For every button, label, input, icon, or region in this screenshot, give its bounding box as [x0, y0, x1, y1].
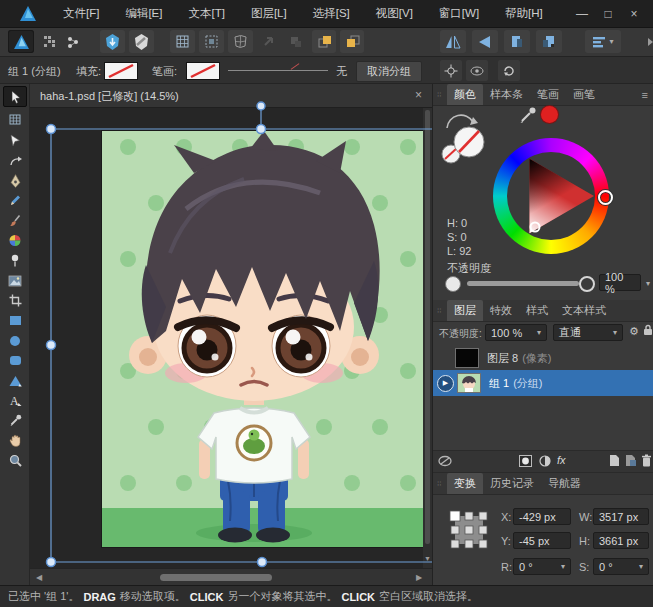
w-field[interactable]: 3517 px	[593, 508, 649, 525]
insert-inside-icon[interactable]	[312, 30, 336, 53]
insert-behind-icon[interactable]	[340, 30, 364, 53]
color-wheel[interactable]	[493, 138, 609, 254]
node-tool[interactable]	[3, 131, 27, 150]
close-button[interactable]: ×	[621, 1, 647, 27]
panel-drag-handle[interactable]: ⁞⁞	[437, 481, 443, 486]
rounded-rectangle-tool[interactable]	[3, 351, 27, 370]
grid-dots-icon[interactable]	[38, 30, 60, 53]
layers-opacity-dropdown[interactable]: 100 % ▾	[485, 324, 547, 341]
h-field[interactable]: 3661 px	[593, 532, 649, 549]
layer-thumbnail[interactable]	[455, 348, 479, 368]
menu-layer[interactable]: 图层[L]	[238, 6, 300, 21]
anchor-point-selector[interactable]	[447, 508, 491, 554]
x-field[interactable]: -429 px	[513, 508, 571, 525]
zoom-tool[interactable]	[3, 451, 27, 470]
edit-all-layers-icon[interactable]	[438, 455, 452, 469]
hide-selection-icon[interactable]	[466, 60, 488, 81]
opacity-slider-handle[interactable]	[579, 276, 595, 292]
place-image-tool[interactable]	[3, 271, 27, 290]
mask-layer-icon[interactable]	[519, 455, 532, 469]
menu-window[interactable]: 窗口[W]	[426, 6, 492, 21]
vertical-scrollbar[interactable]: ▼	[423, 108, 432, 568]
flip-horizontal-icon[interactable]	[440, 30, 466, 53]
menu-edit[interactable]: 编辑[E]	[112, 6, 175, 21]
vector-crop-tool[interactable]	[3, 291, 27, 310]
tab-swatches[interactable]: 样本条	[483, 84, 530, 105]
tab-stroke[interactable]: 笔画	[530, 84, 566, 105]
lock-icon[interactable]	[643, 324, 653, 338]
layer-thumbnail[interactable]	[457, 373, 481, 393]
blend-options-gear-icon[interactable]: ⚙	[629, 325, 639, 338]
marquee-bounds-icon[interactable]	[199, 30, 224, 53]
photo-persona-icon[interactable]	[100, 30, 125, 53]
artboard-tool[interactable]	[3, 110, 27, 129]
panel-menu-icon[interactable]: ≡	[642, 89, 648, 101]
tab-effects[interactable]: 特效	[483, 300, 519, 321]
transform-origin-icon[interactable]	[440, 60, 462, 81]
mesh-warp-icon[interactable]	[228, 30, 253, 53]
new-pixel-layer-icon[interactable]	[625, 454, 637, 469]
snap-grid-icon[interactable]	[170, 30, 195, 53]
liquify-persona-icon[interactable]	[129, 30, 154, 53]
layer-row-pixel[interactable]: 图层 8 (像素) ✓	[433, 346, 653, 370]
rotation-field[interactable]: 0 °▾	[513, 558, 571, 575]
delete-layer-icon[interactable]	[641, 454, 652, 469]
opacity-slider-track[interactable]	[467, 281, 579, 286]
contour-tool[interactable]	[3, 151, 27, 170]
fill-stroke-selector[interactable]	[439, 114, 491, 166]
layer-effects-fx-icon[interactable]: fx	[557, 454, 566, 466]
fill-swatch-none[interactable]	[104, 62, 138, 80]
opacity-color-dot[interactable]	[445, 276, 461, 292]
move-forward-icon[interactable]	[504, 30, 530, 53]
pencil-tool[interactable]	[3, 191, 27, 210]
picked-color-swatch[interactable]	[541, 106, 558, 123]
ellipse-tool[interactable]	[3, 331, 27, 350]
toolbar-overflow-icon[interactable]	[644, 30, 653, 53]
panel-drag-handle[interactable]: ⁞⁞	[437, 92, 443, 97]
menu-help[interactable]: 帮助[H]	[492, 6, 556, 21]
stroke-width-slider[interactable]	[228, 70, 328, 71]
canvas[interactable]: ▼	[30, 108, 432, 568]
tab-styles[interactable]: 样式	[519, 300, 555, 321]
opacity-dropdown-icon[interactable]: ▾	[646, 279, 650, 288]
horizontal-scrollbar-thumb[interactable]	[160, 574, 272, 581]
menu-view[interactable]: 视图[V]	[363, 6, 426, 21]
color-tool[interactable]	[3, 231, 27, 250]
blend-mode-dropdown[interactable]: 直通 ▾	[553, 324, 623, 341]
document-close-icon[interactable]: ×	[415, 88, 422, 102]
opacity-value-field[interactable]: 100 %	[599, 274, 641, 291]
horizontal-scrollbar[interactable]: ◀ ▶	[30, 568, 432, 585]
designer-persona-button[interactable]	[8, 30, 34, 53]
saturation-lightness-triangle[interactable]	[493, 138, 609, 254]
menu-file[interactable]: 文件[F]	[50, 6, 112, 21]
new-layer-icon[interactable]	[609, 454, 620, 469]
alignment-dropdown[interactable]: ▾	[585, 30, 621, 53]
move-backward-icon[interactable]	[536, 30, 562, 53]
tab-text-styles[interactable]: 文本样式	[555, 300, 613, 321]
vertical-scrollbar-thumb[interactable]	[425, 110, 430, 544]
scroll-right-icon[interactable]: ▶	[416, 573, 422, 582]
color-picker-tool[interactable]	[3, 411, 27, 430]
move-tool[interactable]	[3, 86, 27, 107]
scroll-left-icon[interactable]: ◀	[36, 573, 42, 582]
layer-row-group-selected[interactable]: ▶ 组 1 (分组) ✓	[433, 370, 653, 396]
pen-tool[interactable]	[3, 171, 27, 190]
y-field[interactable]: -45 px	[513, 532, 571, 549]
maximize-button[interactable]: □	[595, 1, 621, 27]
pan-tool[interactable]	[3, 431, 27, 450]
shear-field[interactable]: 0 °▾	[593, 558, 649, 575]
vector-brush-tool[interactable]	[3, 211, 27, 230]
expand-group-icon[interactable]: ▶	[437, 375, 454, 392]
hue-selector[interactable]	[598, 190, 613, 205]
document-tab[interactable]: haha-1.psd [已修改] (14.5%)	[40, 89, 179, 104]
tab-brushes[interactable]: 画笔	[566, 84, 602, 105]
tab-transform[interactable]: 变换	[447, 473, 483, 494]
panel-drag-handle[interactable]: ⁞⁞	[437, 308, 443, 313]
artwork-image[interactable]	[102, 131, 423, 547]
tab-navigator[interactable]: 导航器	[541, 473, 588, 494]
artistic-text-tool[interactable]: A	[3, 391, 27, 410]
color-picker-icon[interactable]	[519, 106, 537, 126]
gradient-tool[interactable]	[3, 251, 27, 270]
tab-color[interactable]: 颜色	[447, 84, 483, 105]
cycle-selection-box-icon[interactable]	[498, 60, 520, 81]
